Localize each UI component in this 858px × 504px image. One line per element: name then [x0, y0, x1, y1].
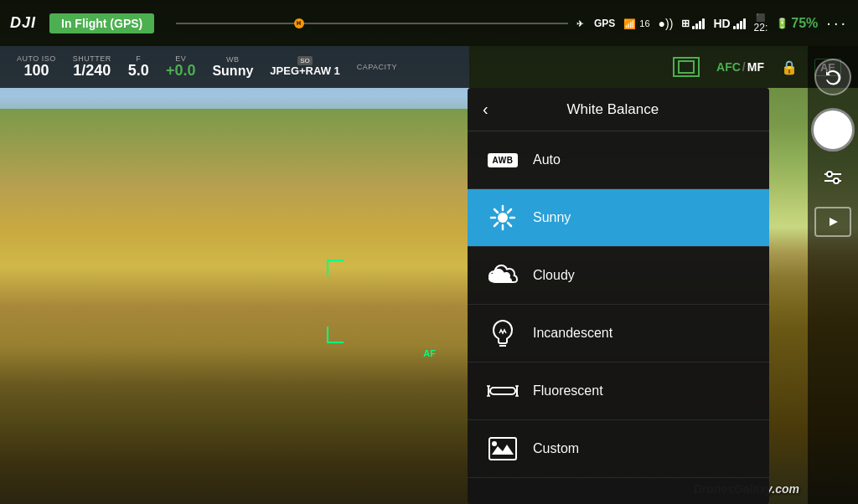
sliders-icon [823, 171, 843, 188]
battery-icon: 🔋 [776, 18, 788, 29]
progress-bar: H [176, 15, 568, 32]
camera-rotate-icon [823, 67, 843, 87]
aperture-control[interactable]: F 5.0 [128, 54, 149, 80]
wb-value: Sunny [212, 64, 253, 79]
svg-rect-19 [490, 388, 515, 394]
format-control[interactable]: SO JPEG+RAW 1 [270, 56, 339, 77]
signal-icon: 📶 [623, 18, 637, 29]
afc-label: AFC [716, 60, 741, 74]
wb-control[interactable]: WB Sunny [212, 55, 253, 79]
lock-icon: 🔒 [781, 59, 798, 75]
gallery-button[interactable] [814, 207, 851, 237]
wb-cloudy-icon [486, 259, 519, 292]
camera-controls-bar: Auto ISO 100 SHUTTER 1/240 F 5.0 EV +0.0… [0, 46, 858, 88]
hdbar1 [733, 26, 736, 29]
wb-option-incandescent[interactable]: Incandescent [468, 305, 769, 363]
focus-mode-control[interactable]: AFC / MF [716, 60, 764, 74]
bar1 [692, 26, 695, 29]
wb-fluorescent-icon [486, 374, 519, 408]
capacity-control: CAPACITY [357, 63, 397, 71]
wb-option-auto[interactable]: AWB Auto [468, 131, 769, 189]
battery-status: 🔋 75% [776, 16, 818, 31]
wb-option-cloudy[interactable]: Cloudy [468, 247, 769, 305]
svg-rect-26 [489, 438, 516, 460]
svg-rect-2 [679, 61, 694, 73]
wb-custom-label: Custom [533, 441, 579, 456]
wb-fluorescent-label: Fluorescent [533, 383, 603, 399]
wb-back-button[interactable]: ‹ [483, 100, 488, 119]
shutter-control[interactable]: SHUTTER 1/240 [73, 54, 111, 80]
signal-strength: 16 [639, 18, 649, 28]
wb-sunny-label: Sunny [533, 210, 571, 225]
transmission-icon: ●)) [659, 17, 674, 30]
play-icon [825, 216, 840, 228]
more-options-button[interactable]: ··· [826, 13, 848, 33]
bar4 [702, 18, 705, 29]
wb-cloudy-label: Cloudy [533, 268, 575, 283]
camera-mode-button[interactable] [673, 57, 700, 77]
svg-text:📶: 📶 [623, 18, 636, 29]
svg-line-14 [508, 223, 511, 226]
wb-option-fluorescent[interactable]: Fluorescent [468, 363, 769, 420]
white-balance-panel: ‹ White Balance AWB Auto Sunny [468, 88, 769, 504]
svg-marker-7 [830, 218, 838, 226]
wb-custom-icon [486, 432, 519, 465]
custom-wb-svg [488, 436, 518, 461]
svg-line-15 [508, 209, 511, 213]
focus-separator: / [742, 60, 746, 74]
progress-track: H [176, 23, 568, 24]
bar3 [699, 21, 701, 29]
right-controls-panel [808, 46, 858, 504]
wb-incandescent-icon [486, 316, 519, 350]
video-signal-bars [692, 18, 705, 29]
wb-option-sunny[interactable]: Sunny [468, 189, 769, 247]
settings-button[interactable] [818, 164, 848, 194]
video-feed-status: ⊞ [681, 18, 705, 29]
svg-line-13 [494, 209, 498, 213]
camera-rotate-button[interactable] [814, 59, 851, 95]
signal-status: 📶 16 [623, 18, 649, 29]
field-overlay [0, 109, 469, 504]
aperture-value: 5.0 [128, 63, 149, 80]
timer-value: 22: [754, 22, 768, 33]
wb-panel-title: White Balance [502, 101, 724, 118]
capacity-label: CAPACITY [357, 63, 397, 71]
svg-line-16 [494, 223, 498, 226]
iso-control[interactable]: Auto ISO 100 [17, 54, 56, 80]
gps-status: ✈ GPS [576, 18, 615, 29]
battery-percentage: 75% [791, 16, 818, 31]
transmission-status: ●)) [659, 17, 674, 30]
dji-logo: DJI [10, 14, 36, 32]
wb-incandescent-label: Incandescent [533, 326, 612, 341]
top-status-bar: DJI In Flight (GPS) H ✈ GPS 📶 16 ●)) ⊞ [0, 0, 858, 46]
shutter-value: 1/240 [73, 63, 111, 80]
flight-timer: ⬛ 22: [754, 13, 768, 33]
shutter-button[interactable] [811, 108, 855, 152]
wb-panel-header: ‹ White Balance [468, 88, 769, 131]
wb-auto-label: Auto [533, 152, 561, 167]
camera-frame-icon [678, 60, 695, 74]
wb-sunny-icon [486, 201, 519, 234]
cloud-svg [488, 264, 518, 287]
format-value: JPEG+RAW 1 [270, 65, 339, 77]
svg-text:✈: ✈ [576, 19, 584, 28]
wb-option-custom[interactable]: Custom [468, 420, 769, 478]
ev-control[interactable]: EV +0.0 [166, 54, 196, 80]
wb-label: WB [226, 55, 240, 64]
bar2 [695, 23, 698, 29]
hd-signal-bars [733, 18, 746, 29]
svg-point-4 [827, 172, 832, 177]
sun-svg [489, 204, 516, 231]
svg-point-27 [492, 441, 497, 446]
gps-icon: ✈ [576, 18, 592, 29]
svg-point-8 [498, 213, 508, 223]
progress-dot-h: H [294, 18, 304, 28]
top-right-status: ✈ GPS 📶 16 ●)) ⊞ HD [576, 13, 848, 33]
video-feed-icon: ⊞ [681, 18, 690, 29]
iso-value: 100 [23, 63, 49, 80]
hdbar4 [743, 18, 746, 29]
timer-icon: ⬛ [756, 13, 765, 22]
mf-label: MF [747, 60, 764, 74]
hd-status: HD [713, 17, 745, 30]
svg-point-6 [834, 178, 839, 183]
